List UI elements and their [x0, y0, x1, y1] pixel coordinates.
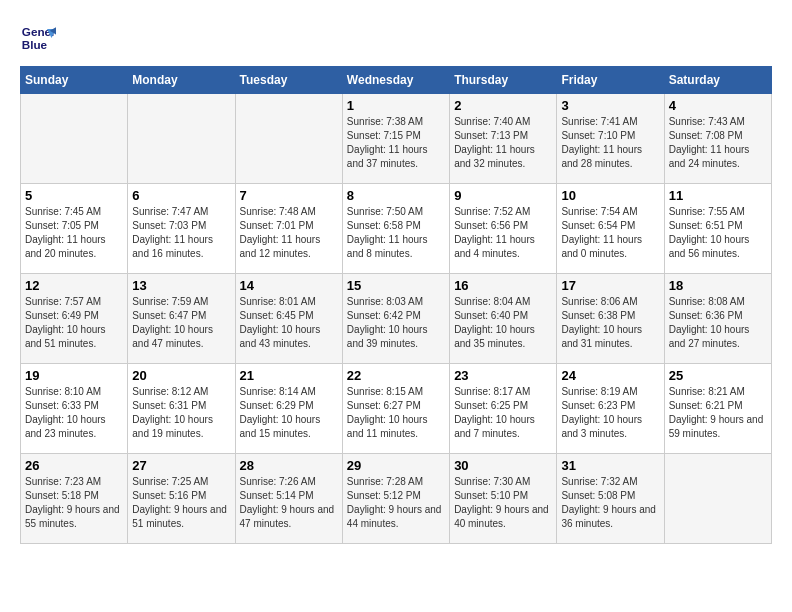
day-number: 21 — [240, 368, 338, 383]
day-number: 8 — [347, 188, 445, 203]
calendar-cell: 17Sunrise: 8:06 AM Sunset: 6:38 PM Dayli… — [557, 274, 664, 364]
calendar-cell: 11Sunrise: 7:55 AM Sunset: 6:51 PM Dayli… — [664, 184, 771, 274]
day-number: 12 — [25, 278, 123, 293]
day-number: 18 — [669, 278, 767, 293]
day-number: 26 — [25, 458, 123, 473]
calendar-cell — [664, 454, 771, 544]
calendar-cell: 27Sunrise: 7:25 AM Sunset: 5:16 PM Dayli… — [128, 454, 235, 544]
day-number: 14 — [240, 278, 338, 293]
logo-icon: General Blue — [20, 20, 56, 56]
day-number: 30 — [454, 458, 552, 473]
calendar-cell: 8Sunrise: 7:50 AM Sunset: 6:58 PM Daylig… — [342, 184, 449, 274]
day-info: Sunrise: 7:45 AM Sunset: 7:05 PM Dayligh… — [25, 205, 123, 261]
weekday-header-wednesday: Wednesday — [342, 67, 449, 94]
calendar-cell: 16Sunrise: 8:04 AM Sunset: 6:40 PM Dayli… — [450, 274, 557, 364]
day-info: Sunrise: 7:48 AM Sunset: 7:01 PM Dayligh… — [240, 205, 338, 261]
calendar-cell: 9Sunrise: 7:52 AM Sunset: 6:56 PM Daylig… — [450, 184, 557, 274]
calendar-table: SundayMondayTuesdayWednesdayThursdayFrid… — [20, 66, 772, 544]
day-info: Sunrise: 8:17 AM Sunset: 6:25 PM Dayligh… — [454, 385, 552, 441]
calendar-cell — [21, 94, 128, 184]
calendar-week-2: 5Sunrise: 7:45 AM Sunset: 7:05 PM Daylig… — [21, 184, 772, 274]
day-number: 31 — [561, 458, 659, 473]
day-info: Sunrise: 7:26 AM Sunset: 5:14 PM Dayligh… — [240, 475, 338, 531]
calendar-cell: 1Sunrise: 7:38 AM Sunset: 7:15 PM Daylig… — [342, 94, 449, 184]
calendar-week-1: 1Sunrise: 7:38 AM Sunset: 7:15 PM Daylig… — [21, 94, 772, 184]
day-info: Sunrise: 8:08 AM Sunset: 6:36 PM Dayligh… — [669, 295, 767, 351]
page-header: General Blue — [20, 20, 772, 56]
calendar-cell: 30Sunrise: 7:30 AM Sunset: 5:10 PM Dayli… — [450, 454, 557, 544]
calendar-week-5: 26Sunrise: 7:23 AM Sunset: 5:18 PM Dayli… — [21, 454, 772, 544]
day-number: 27 — [132, 458, 230, 473]
day-info: Sunrise: 8:03 AM Sunset: 6:42 PM Dayligh… — [347, 295, 445, 351]
day-number: 19 — [25, 368, 123, 383]
day-info: Sunrise: 7:28 AM Sunset: 5:12 PM Dayligh… — [347, 475, 445, 531]
day-number: 13 — [132, 278, 230, 293]
calendar-cell: 2Sunrise: 7:40 AM Sunset: 7:13 PM Daylig… — [450, 94, 557, 184]
calendar-cell: 25Sunrise: 8:21 AM Sunset: 6:21 PM Dayli… — [664, 364, 771, 454]
calendar-cell — [235, 94, 342, 184]
calendar-cell: 18Sunrise: 8:08 AM Sunset: 6:36 PM Dayli… — [664, 274, 771, 364]
calendar-cell: 14Sunrise: 8:01 AM Sunset: 6:45 PM Dayli… — [235, 274, 342, 364]
day-info: Sunrise: 7:41 AM Sunset: 7:10 PM Dayligh… — [561, 115, 659, 171]
day-number: 5 — [25, 188, 123, 203]
day-number: 11 — [669, 188, 767, 203]
calendar-week-3: 12Sunrise: 7:57 AM Sunset: 6:49 PM Dayli… — [21, 274, 772, 364]
weekday-header-thursday: Thursday — [450, 67, 557, 94]
day-info: Sunrise: 7:50 AM Sunset: 6:58 PM Dayligh… — [347, 205, 445, 261]
day-info: Sunrise: 7:59 AM Sunset: 6:47 PM Dayligh… — [132, 295, 230, 351]
calendar-cell: 7Sunrise: 7:48 AM Sunset: 7:01 PM Daylig… — [235, 184, 342, 274]
calendar-cell: 12Sunrise: 7:57 AM Sunset: 6:49 PM Dayli… — [21, 274, 128, 364]
calendar-cell: 3Sunrise: 7:41 AM Sunset: 7:10 PM Daylig… — [557, 94, 664, 184]
weekday-header-sunday: Sunday — [21, 67, 128, 94]
day-number: 16 — [454, 278, 552, 293]
calendar-cell: 15Sunrise: 8:03 AM Sunset: 6:42 PM Dayli… — [342, 274, 449, 364]
day-number: 23 — [454, 368, 552, 383]
day-info: Sunrise: 7:38 AM Sunset: 7:15 PM Dayligh… — [347, 115, 445, 171]
day-number: 9 — [454, 188, 552, 203]
day-info: Sunrise: 7:40 AM Sunset: 7:13 PM Dayligh… — [454, 115, 552, 171]
calendar-cell: 4Sunrise: 7:43 AM Sunset: 7:08 PM Daylig… — [664, 94, 771, 184]
day-info: Sunrise: 7:57 AM Sunset: 6:49 PM Dayligh… — [25, 295, 123, 351]
svg-text:Blue: Blue — [22, 38, 48, 51]
calendar-cell: 24Sunrise: 8:19 AM Sunset: 6:23 PM Dayli… — [557, 364, 664, 454]
calendar-cell — [128, 94, 235, 184]
calendar-cell: 22Sunrise: 8:15 AM Sunset: 6:27 PM Dayli… — [342, 364, 449, 454]
day-number: 20 — [132, 368, 230, 383]
calendar-week-4: 19Sunrise: 8:10 AM Sunset: 6:33 PM Dayli… — [21, 364, 772, 454]
day-info: Sunrise: 8:19 AM Sunset: 6:23 PM Dayligh… — [561, 385, 659, 441]
day-info: Sunrise: 8:01 AM Sunset: 6:45 PM Dayligh… — [240, 295, 338, 351]
day-info: Sunrise: 7:52 AM Sunset: 6:56 PM Dayligh… — [454, 205, 552, 261]
calendar-cell: 19Sunrise: 8:10 AM Sunset: 6:33 PM Dayli… — [21, 364, 128, 454]
day-info: Sunrise: 7:30 AM Sunset: 5:10 PM Dayligh… — [454, 475, 552, 531]
day-info: Sunrise: 7:55 AM Sunset: 6:51 PM Dayligh… — [669, 205, 767, 261]
day-info: Sunrise: 8:12 AM Sunset: 6:31 PM Dayligh… — [132, 385, 230, 441]
calendar-cell: 28Sunrise: 7:26 AM Sunset: 5:14 PM Dayli… — [235, 454, 342, 544]
weekday-header-friday: Friday — [557, 67, 664, 94]
calendar-cell: 5Sunrise: 7:45 AM Sunset: 7:05 PM Daylig… — [21, 184, 128, 274]
day-info: Sunrise: 7:23 AM Sunset: 5:18 PM Dayligh… — [25, 475, 123, 531]
day-number: 3 — [561, 98, 659, 113]
day-number: 7 — [240, 188, 338, 203]
calendar-cell: 20Sunrise: 8:12 AM Sunset: 6:31 PM Dayli… — [128, 364, 235, 454]
day-info: Sunrise: 7:32 AM Sunset: 5:08 PM Dayligh… — [561, 475, 659, 531]
day-info: Sunrise: 7:43 AM Sunset: 7:08 PM Dayligh… — [669, 115, 767, 171]
calendar-cell: 10Sunrise: 7:54 AM Sunset: 6:54 PM Dayli… — [557, 184, 664, 274]
calendar-cell: 13Sunrise: 7:59 AM Sunset: 6:47 PM Dayli… — [128, 274, 235, 364]
day-info: Sunrise: 8:06 AM Sunset: 6:38 PM Dayligh… — [561, 295, 659, 351]
day-number: 29 — [347, 458, 445, 473]
calendar-cell: 31Sunrise: 7:32 AM Sunset: 5:08 PM Dayli… — [557, 454, 664, 544]
day-info: Sunrise: 7:47 AM Sunset: 7:03 PM Dayligh… — [132, 205, 230, 261]
day-number: 1 — [347, 98, 445, 113]
day-number: 25 — [669, 368, 767, 383]
calendar-cell: 29Sunrise: 7:28 AM Sunset: 5:12 PM Dayli… — [342, 454, 449, 544]
calendar-cell: 23Sunrise: 8:17 AM Sunset: 6:25 PM Dayli… — [450, 364, 557, 454]
day-number: 15 — [347, 278, 445, 293]
day-number: 17 — [561, 278, 659, 293]
weekday-header-row: SundayMondayTuesdayWednesdayThursdayFrid… — [21, 67, 772, 94]
weekday-header-monday: Monday — [128, 67, 235, 94]
calendar-cell: 26Sunrise: 7:23 AM Sunset: 5:18 PM Dayli… — [21, 454, 128, 544]
day-info: Sunrise: 8:04 AM Sunset: 6:40 PM Dayligh… — [454, 295, 552, 351]
day-number: 6 — [132, 188, 230, 203]
day-number: 10 — [561, 188, 659, 203]
weekday-header-saturday: Saturday — [664, 67, 771, 94]
